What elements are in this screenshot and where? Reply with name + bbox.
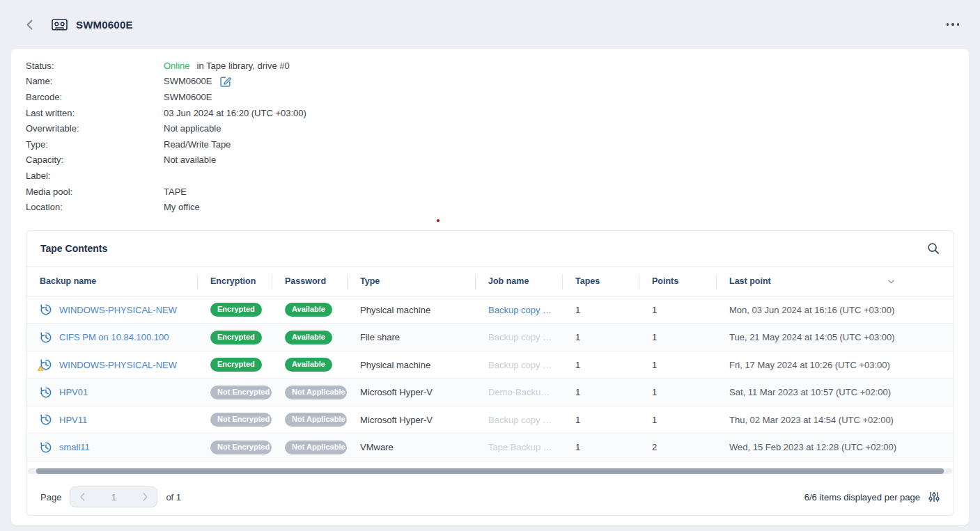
type-cell: File share: [347, 332, 475, 342]
backup-name-link[interactable]: HPV11: [59, 415, 87, 425]
detail-label: Label:: [26, 171, 164, 181]
stray-red-dot: [437, 219, 440, 222]
table-row[interactable]: WINDOWS-PHYSICAL-NEWEncryptedAvailablePh…: [26, 351, 954, 379]
column-header[interactable]: Encryption: [197, 267, 272, 296]
table-row[interactable]: CIFS PM on 10.84.100.100EncryptedAvailab…: [26, 324, 954, 351]
column-header-label: Backup name: [40, 276, 96, 286]
job-name-link: Backup copy …: [475, 360, 562, 370]
restore-point-icon: [40, 358, 52, 371]
backup-name-link[interactable]: small11: [59, 442, 90, 452]
column-header[interactable]: Tapes: [562, 267, 639, 296]
tapes-cell: 1: [562, 442, 639, 452]
column-header[interactable]: Type: [347, 267, 475, 296]
last-point-cell: Thu, 02 Mar 2023 at 14:54 (UTC +02:00): [716, 415, 954, 425]
password-cell: Not Applicable ...: [272, 441, 347, 454]
detail-label: Overwritable:: [26, 123, 164, 134]
column-header-label: Type: [360, 276, 380, 286]
detail-row-label: Label:: [26, 168, 954, 184]
column-header[interactable]: Last point: [716, 267, 954, 296]
current-page-input[interactable]: 1: [94, 492, 133, 502]
top-bar: SWM0600E: [0, 0, 980, 49]
tape-contents-title: Tape Contents: [40, 243, 107, 254]
detail-label: Barcode:: [26, 92, 164, 102]
display-settings-button[interactable]: [928, 491, 940, 502]
encryption-badge: Encrypted: [210, 358, 262, 372]
detail-row-status: Status: Online in Tape library, drive #0: [26, 58, 954, 74]
search-button[interactable]: [927, 242, 940, 255]
column-header[interactable]: Backup name: [26, 267, 197, 296]
password-cell: Available: [272, 358, 347, 372]
pagination-control: 1: [70, 486, 157, 507]
tapes-cell: 1: [562, 360, 639, 370]
tape-cartridge-icon: [52, 18, 68, 31]
horizontal-scrollbar: [28, 468, 952, 474]
more-actions-button[interactable]: [942, 19, 964, 30]
pagination-footer: Page 1 of 1 6/6 items displayed per page: [26, 480, 954, 515]
tapes-cell: 1: [562, 332, 639, 342]
password-badge: Not Applicable ...: [285, 441, 347, 454]
column-header[interactable]: Password: [272, 267, 347, 296]
detail-row-media-pool: Media pool: TAPE: [26, 184, 954, 200]
table-row[interactable]: small11Not Encrypted ...Not Applicable .…: [26, 434, 954, 461]
detail-row-last-written: Last written: 03 Jun 2024 at 16:20 (UTC …: [26, 105, 954, 121]
password-badge: Not Applicable ...: [285, 386, 347, 399]
scrollbar-thumb[interactable]: [36, 468, 944, 474]
detail-label: Type:: [26, 139, 164, 150]
backup-name-link[interactable]: WINDOWS-PHYSICAL-NEW: [59, 360, 177, 370]
encryption-badge: Encrypted: [210, 303, 262, 317]
points-cell: 2: [639, 442, 716, 452]
job-name-link: Backup copy …: [475, 415, 562, 425]
backup-name-link[interactable]: CIFS PM on 10.84.100.100: [59, 332, 169, 342]
next-page-button[interactable]: [133, 487, 157, 507]
table-row[interactable]: HPV01Not Encrypted ...Not Applicable ...…: [26, 379, 954, 406]
detail-value: Not available: [164, 154, 216, 165]
last-point-cell: Sat, 11 Mar 2023 at 10:57 (UTC +02:00): [716, 387, 954, 397]
backup-name-cell: WINDOWS-PHYSICAL-NEW: [26, 303, 197, 316]
tape-contents-header: Tape Contents: [26, 231, 954, 267]
detail-row-type: Type: Read/Write Tape: [26, 136, 954, 152]
last-point-cell: Mon, 03 Jun 2024 at 16:16 (UTC +03:00): [716, 305, 954, 315]
column-header[interactable]: Job name: [475, 267, 562, 296]
backup-name-cell: HPV01: [26, 386, 197, 399]
detail-value: Not applicable: [164, 123, 221, 134]
detail-row-overwritable: Overwritable: Not applicable: [26, 120, 954, 136]
back-button[interactable]: [22, 17, 36, 31]
table-row[interactable]: HPV11Not Encrypted ...Not Applicable ...…: [26, 406, 954, 434]
encryption-cell: Encrypted: [197, 303, 272, 317]
backup-name-cell: small11: [26, 441, 197, 454]
detail-row-location: Location: My office: [26, 199, 954, 215]
column-header-label: Job name: [488, 276, 529, 286]
backup-name-link[interactable]: HPV01: [59, 387, 88, 397]
restore-point-icon: [40, 386, 52, 399]
edit-name-button[interactable]: [220, 75, 232, 87]
backup-name-link[interactable]: WINDOWS-PHYSICAL-NEW: [59, 305, 177, 315]
job-name-link: Backup copy …: [475, 332, 562, 342]
detail-label: Media pool:: [26, 187, 164, 197]
last-point-cell: Wed, 15 Feb 2023 at 12:28 (UTC +02:00): [716, 442, 954, 452]
column-header[interactable]: Points: [639, 267, 716, 296]
prev-page-button[interactable]: [70, 487, 94, 507]
backup-name-cell: WINDOWS-PHYSICAL-NEW: [26, 358, 197, 371]
page-label: Page: [40, 492, 61, 502]
points-cell: 1: [639, 360, 716, 370]
table-header: Backup nameEncryptionPasswordTypeJob nam…: [26, 267, 954, 296]
detail-row-capacity: Capacity: Not available: [26, 152, 954, 168]
restore-point-icon: [40, 386, 52, 399]
password-cell: Not Applicable ...: [272, 413, 347, 427]
tapes-cell: 1: [562, 415, 639, 425]
items-per-page-info: 6/6 items displayed per page: [804, 492, 920, 502]
page-title: SWM0600E: [76, 19, 133, 31]
detail-label: Capacity:: [26, 154, 164, 165]
points-cell: 1: [639, 305, 716, 315]
status-location-text: in Tape library, drive #0: [197, 61, 290, 71]
encryption-cell: Not Encrypted ...: [197, 441, 272, 454]
encryption-badge: Not Encrypted ...: [210, 413, 272, 427]
type-cell: Physical machine: [347, 360, 475, 370]
job-name-link: Demo-Backu…: [475, 387, 562, 397]
password-cell: Available: [272, 303, 347, 317]
table-row[interactable]: WINDOWS-PHYSICAL-NEWEncryptedAvailablePh…: [26, 296, 954, 324]
job-name-link[interactable]: Backup copy …: [475, 305, 562, 315]
restore-point-icon: [40, 413, 52, 426]
encryption-badge: Encrypted: [210, 331, 262, 344]
points-cell: 1: [639, 387, 716, 397]
